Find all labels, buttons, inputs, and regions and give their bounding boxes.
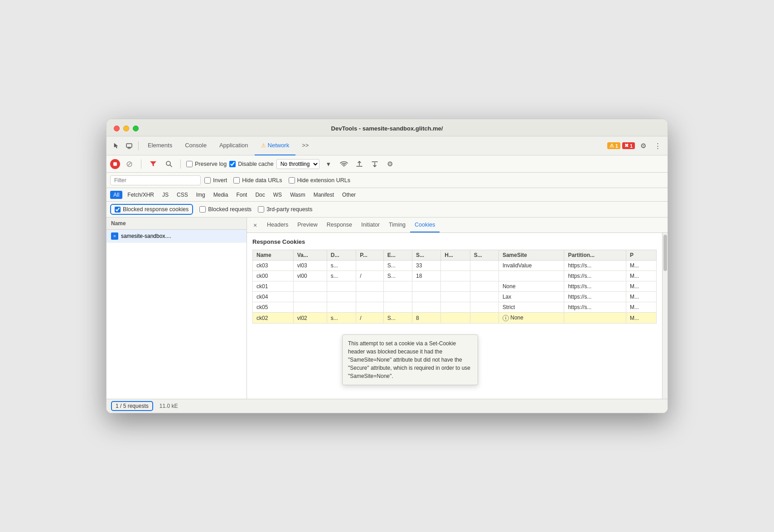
detail-scrollbar[interactable]	[662, 233, 668, 399]
minimize-button[interactable]	[123, 126, 129, 131]
disable-cache-checkbox[interactable]	[229, 161, 236, 167]
cell-samesite: Strict	[498, 302, 564, 313]
blocked-requests-checkbox[interactable]	[199, 206, 206, 213]
throttle-chevron[interactable]: ▾	[322, 158, 335, 170]
type-btn-all[interactable]: All	[110, 191, 122, 199]
col-domain[interactable]: D...	[327, 250, 356, 261]
download-icon[interactable]	[368, 158, 381, 170]
preserve-log-label[interactable]: Preserve log	[186, 161, 227, 167]
settings2-icon[interactable]: ⚙	[384, 158, 397, 170]
table-row[interactable]: ck00 vl00 s... / S... 18 https://s.	[253, 271, 657, 281]
type-btn-font[interactable]: Font	[233, 191, 250, 199]
tab-timing[interactable]: Timing	[384, 218, 410, 232]
toolbar-second: ⊘ Preserve log Disable cache	[106, 155, 668, 173]
maximize-button[interactable]	[133, 126, 139, 131]
hide-ext-urls-label[interactable]: Hide extension URLs	[289, 177, 350, 184]
third-party-requests-checkbox[interactable]	[258, 206, 264, 213]
toolbar-top: Elements Console Application ⚠ Network >…	[106, 136, 668, 155]
tab-initiator[interactable]: Initiator	[357, 218, 384, 232]
stop-recording-button[interactable]	[110, 159, 120, 169]
table-row[interactable]: ck01 None https://s...	[253, 281, 657, 292]
tab-cookies[interactable]: Cookies	[410, 218, 440, 232]
cell-secure	[470, 281, 498, 292]
hide-data-urls-checkbox[interactable]	[233, 177, 240, 184]
col-value[interactable]: Va...	[293, 250, 327, 261]
cell-value	[293, 292, 327, 302]
cell-size	[412, 302, 440, 313]
blocked-response-cookies-checkbox[interactable]	[115, 207, 121, 213]
wifi-icon[interactable]	[338, 158, 350, 170]
tab-headers[interactable]: Headers	[262, 218, 293, 232]
type-btn-other[interactable]: Other	[339, 191, 359, 199]
type-btn-xhr[interactable]: Fetch/XHR	[124, 191, 157, 199]
disable-cache-label[interactable]: Disable cache	[229, 161, 274, 167]
request-list-item[interactable]: samesite-sandbox....	[106, 230, 247, 243]
throttle-select[interactable]: No throttling	[276, 159, 319, 169]
blocked-requests-label[interactable]: Blocked requests	[199, 206, 252, 213]
response-cookies-title: Response Cookies	[252, 238, 657, 245]
col-secure[interactable]: S...	[470, 250, 498, 261]
third-party-requests-label[interactable]: 3rd-party requests	[258, 206, 312, 213]
col-samesite[interactable]: SameSite	[498, 250, 564, 261]
type-btn-media[interactable]: Media	[210, 191, 232, 199]
cell-partition: https://s...	[564, 261, 626, 271]
info-icon: i	[503, 315, 509, 321]
type-btn-doc[interactable]: Doc	[252, 191, 268, 199]
cell-value	[293, 281, 327, 292]
close-button[interactable]	[114, 126, 120, 131]
search-icon[interactable]	[162, 158, 175, 170]
cell-domain	[327, 281, 356, 292]
tab-network[interactable]: ⚠ Network	[255, 136, 296, 155]
invert-label[interactable]: Invert	[204, 177, 227, 184]
device-icon[interactable]	[123, 140, 135, 152]
upload-icon[interactable]	[353, 158, 366, 170]
type-btn-ws[interactable]: WS	[270, 191, 285, 199]
hide-data-urls-label[interactable]: Hide data URLs	[233, 177, 282, 184]
tab-preview[interactable]: Preview	[293, 218, 322, 232]
cell-name: ck02	[253, 313, 294, 324]
tab-more[interactable]: >>	[295, 136, 315, 155]
filter-icon[interactable]	[147, 158, 160, 170]
blocked-response-cookies-group[interactable]: Blocked response cookies	[110, 204, 193, 215]
invert-checkbox[interactable]	[204, 177, 211, 184]
settings-icon[interactable]: ⚙	[637, 140, 649, 152]
cell-partition	[564, 313, 626, 324]
filter-input[interactable]	[110, 175, 201, 185]
type-btn-manifest[interactable]: Manifest	[310, 191, 337, 199]
cell-partition: https://s...	[564, 281, 626, 292]
devtools-body: Elements Console Application ⚠ Network >…	[106, 136, 668, 413]
clear-icon[interactable]: ⊘	[123, 158, 135, 170]
tab-response[interactable]: Response	[322, 218, 357, 232]
col-httponly[interactable]: H...	[441, 250, 470, 261]
col-path[interactable]: P...	[356, 250, 383, 261]
table-row[interactable]: ck02 vl02 s... / S... 8	[253, 313, 657, 324]
type-btn-wasm[interactable]: Wasm	[287, 191, 309, 199]
preserve-log-checkbox[interactable]	[186, 161, 193, 167]
more-icon[interactable]: ⋮	[651, 140, 664, 152]
table-row[interactable]: ck04 Lax https://s...	[253, 292, 657, 302]
close-detail-button[interactable]: ×	[251, 221, 260, 230]
cell-expires: S...	[383, 313, 412, 324]
cell-size: 33	[412, 261, 440, 271]
table-row[interactable]: ck03 vl03 s... S... 33 InvalidValue	[253, 261, 657, 271]
type-btn-css[interactable]: CSS	[174, 191, 191, 199]
cell-domain: s...	[327, 271, 356, 281]
col-partition[interactable]: Partition...	[564, 250, 626, 261]
cell-samesite: InvalidValue	[498, 261, 564, 271]
col-expires[interactable]: E...	[383, 250, 412, 261]
cell-httponly	[441, 261, 470, 271]
col-priority[interactable]: P	[626, 250, 657, 261]
cell-value: vl03	[293, 261, 327, 271]
tab-application[interactable]: Application	[213, 136, 255, 155]
type-btn-js[interactable]: JS	[159, 191, 172, 199]
tab-console[interactable]: Console	[179, 136, 213, 155]
tab-elements[interactable]: Elements	[141, 136, 179, 155]
col-size[interactable]: S...	[412, 250, 440, 261]
type-btn-img[interactable]: Img	[193, 191, 208, 199]
hide-ext-urls-checkbox[interactable]	[289, 177, 295, 184]
cursor-icon[interactable]	[110, 140, 123, 152]
cell-domain: s...	[327, 313, 356, 324]
table-row[interactable]: ck05 Strict https://s...	[253, 302, 657, 313]
scrollbar-thumb	[663, 235, 667, 271]
col-name[interactable]: Name	[253, 250, 294, 261]
